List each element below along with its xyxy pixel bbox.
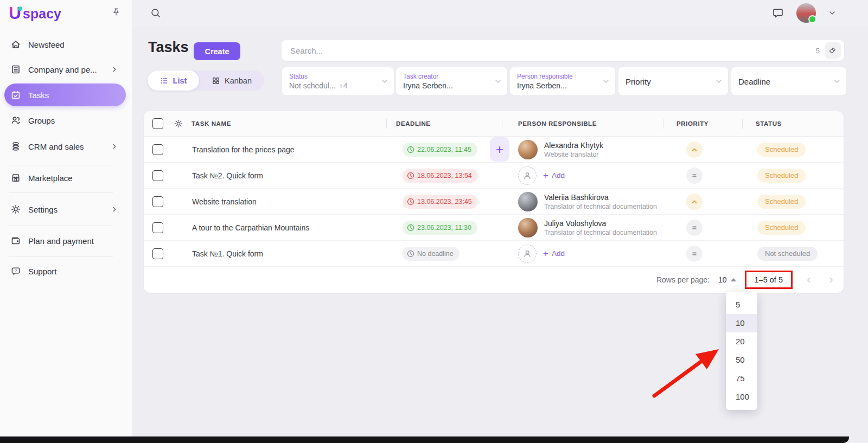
filter-task-creator[interactable]: Task creator Iryna Serben... (396, 67, 507, 95)
deadline-chip: 23.06.2023, 11:30 (403, 221, 477, 235)
global-search-icon[interactable] (150, 7, 162, 19)
column-header-deadline[interactable]: DEADLINE (386, 111, 502, 136)
pin-sidebar-icon[interactable] (111, 7, 121, 17)
filter-person-responsible[interactable]: Person responsible Iryna Serben... (510, 67, 615, 95)
filter-status-extra: +4 (339, 81, 348, 90)
sidebar-item-label: Tasks (28, 91, 49, 100)
table-row[interactable]: Website translation 13.06.2023, 23:45 Va… (144, 189, 844, 215)
row-checkbox[interactable] (152, 170, 163, 181)
priority-high-icon[interactable] (686, 142, 703, 158)
sidebar-item-crm[interactable]: CRM and sales (4, 134, 126, 158)
eraser-icon (828, 46, 837, 55)
kanban-view-icon (212, 76, 220, 85)
sidebar-item-marketplace[interactable]: Marketplace (4, 166, 126, 190)
priority-high-icon[interactable] (686, 194, 703, 210)
task-name[interactable]: Translation for the prices page (192, 145, 295, 154)
sidebar-item-plan-payment[interactable]: Plan and payment (4, 229, 126, 253)
empty-assignee-icon[interactable] (518, 166, 537, 185)
triangle-up-icon (731, 278, 736, 281)
filter-status[interactable]: Status Not schedul...+4 (282, 67, 394, 95)
table-settings-gear-icon[interactable] (174, 119, 183, 129)
sidebar-item-support[interactable]: ? Support (4, 259, 126, 283)
assignee-name[interactable]: Alexandra Khytyk (544, 140, 603, 150)
sidebar-item-label: Company and pe... (28, 65, 97, 74)
help-chat-icon: ? (10, 266, 21, 277)
sidebar-item-groups[interactable]: Groups (4, 108, 126, 132)
task-name[interactable]: Website translation (192, 197, 257, 206)
view-toggle-kanban[interactable]: Kanban (199, 70, 264, 91)
rows-option-10[interactable]: 10 (726, 314, 757, 332)
deadline-chip: 13.06.2023, 23:45 (403, 195, 478, 209)
chat-icon[interactable] (771, 7, 784, 20)
column-header-task-name[interactable]: TASK NAME (192, 120, 231, 127)
assignee-role: Translator of technical documentation (544, 228, 657, 237)
chevron-right-icon (111, 206, 118, 213)
next-page-button[interactable] (824, 273, 838, 287)
user-avatar[interactable] (796, 3, 816, 23)
clock-icon (407, 250, 414, 258)
clock-icon (407, 146, 414, 153)
uspacy-logo[interactable]: Uspacy (9, 4, 61, 23)
logo-text: spacy (23, 4, 61, 23)
row-checkbox[interactable] (152, 222, 163, 233)
assignee-avatar[interactable] (518, 218, 538, 237)
prev-page-button[interactable] (801, 273, 815, 287)
add-assignee-link[interactable]: +Add (543, 171, 565, 179)
table-row[interactable]: Translation for the prices page 22.06.20… (144, 137, 844, 163)
empty-assignee-icon[interactable] (518, 245, 537, 263)
sidebar-item-settings[interactable]: Settings (4, 197, 126, 221)
column-header-status[interactable]: STATUS (742, 111, 844, 136)
assignee-avatar[interactable] (518, 192, 538, 211)
view-toggle-list[interactable]: List (148, 70, 199, 91)
rows-per-page-select[interactable]: 10 (718, 275, 736, 284)
column-header-priority[interactable]: PRIORITY (663, 111, 742, 136)
table-row[interactable]: Task №1. Quick form No deadline +Add Not… (144, 241, 844, 267)
sidebar-item-company[interactable]: Company and pe... (4, 57, 126, 81)
task-name[interactable]: Task №2. Quick form (192, 171, 263, 180)
filter-person-label: Person responsible (517, 72, 600, 81)
search-input[interactable] (289, 46, 816, 56)
assignee-name[interactable]: Valeriia Bashkirova (544, 192, 657, 202)
clear-filters-button[interactable] (825, 42, 841, 59)
rows-option-75[interactable]: 75 (726, 369, 757, 388)
sidebar-item-newsfeed[interactable]: Newsfeed (4, 33, 126, 56)
deadline-chip: 22.06.2023, 11:45 (403, 143, 477, 157)
quick-add-button[interactable]: + (490, 137, 509, 162)
row-checkbox[interactable] (152, 144, 163, 155)
filter-deadline[interactable]: Deadline (731, 67, 846, 95)
assignee-avatar[interactable] (518, 140, 538, 159)
table-row[interactable]: A tour to the Carpathian Mountains 23.06… (144, 215, 844, 241)
add-assignee-link[interactable]: +Add (543, 249, 565, 258)
row-checkbox[interactable] (152, 196, 163, 207)
chevron-down-icon (494, 77, 502, 86)
building-icon (10, 64, 21, 75)
create-task-button[interactable]: Create (194, 42, 240, 60)
people-icon (10, 115, 21, 126)
rows-option-20[interactable]: 20 (726, 332, 757, 351)
clock-icon (407, 172, 414, 179)
filter-person-value: Iryna Serben... (517, 81, 600, 91)
select-all-checkbox[interactable] (152, 118, 163, 129)
rows-option-100[interactable]: 100 (726, 388, 757, 406)
column-header-person[interactable]: PERSON RESPONSIBLE (502, 111, 663, 136)
priority-medium-icon[interactable] (686, 220, 703, 236)
rows-option-5[interactable]: 5 (726, 296, 757, 314)
filter-priority-label: Priority (626, 77, 713, 86)
rows-option-50[interactable]: 50 (726, 351, 757, 369)
table-row[interactable]: Task №2. Quick form 18.06.2023, 13:54 +A… (144, 163, 844, 189)
list-view-icon (160, 76, 169, 85)
account-chevron-down-icon[interactable] (828, 9, 837, 17)
logo-dot (18, 7, 22, 11)
row-checkbox[interactable] (152, 248, 163, 259)
priority-medium-icon[interactable] (686, 246, 703, 262)
task-name[interactable]: A tour to the Carpathian Mountains (192, 223, 309, 232)
assignee-name[interactable]: Juliya Voloshylova (544, 219, 657, 228)
sidebar-item-tasks[interactable]: Tasks (4, 84, 126, 106)
plus-icon: + (543, 172, 548, 179)
status-badge: Scheduled (757, 143, 806, 157)
task-name[interactable]: Task №1. Quick form (192, 249, 263, 258)
pagination-bar: Rows per page: 10 1–5 of 5 (144, 267, 844, 293)
filter-deadline-label: Deadline (738, 77, 831, 86)
priority-medium-icon[interactable] (686, 168, 703, 184)
filter-priority[interactable]: Priority (618, 67, 728, 95)
